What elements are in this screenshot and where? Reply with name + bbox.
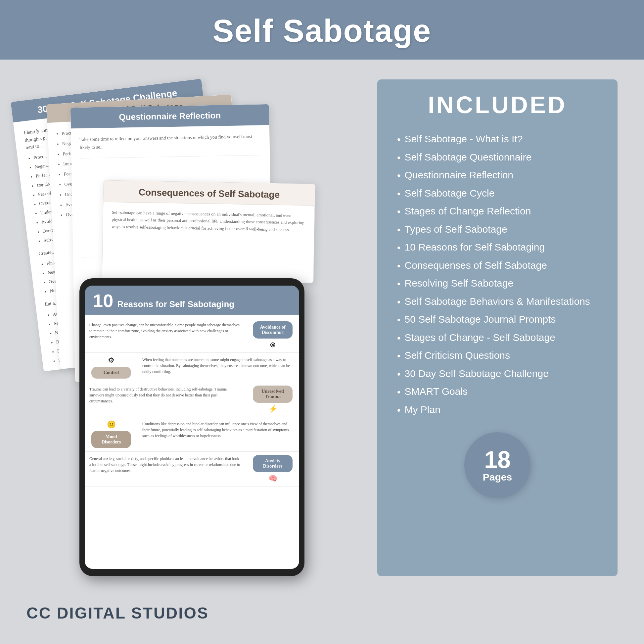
badge-mood: MoodDisorders xyxy=(91,431,131,448)
row-text-4: Conditions like depression and bipolar d… xyxy=(138,417,299,451)
trauma-icon: ⚡ xyxy=(268,405,277,413)
tablet-num: 10 xyxy=(93,290,113,311)
included-box: INCLUDED Self Sabotage - What is It? Sel… xyxy=(377,79,618,576)
cons-body: Self-sabotage can have a range of negati… xyxy=(103,202,315,240)
main-content: 30 Day Self Sabotage Challenge Identify … xyxy=(0,60,644,596)
tablet: 10 Reasons for Self Sabotaging Change, e… xyxy=(79,278,304,576)
row-badge-3: UnresolvedTrauma ⚡ xyxy=(246,382,299,417)
row-badge-2: ⚙ Control xyxy=(85,353,138,382)
row-text-2: When feeling that outcomes are uncertain… xyxy=(138,353,299,382)
list-item: Self Criticism Questions xyxy=(397,347,598,365)
page-stack: 30 Day Self Sabotage Challenge Identify … xyxy=(26,79,357,576)
header: Self Sabotage xyxy=(0,0,644,60)
control-icon: ⚙ xyxy=(108,356,115,365)
list-item: Stages of Change - Self Sabotage xyxy=(397,329,598,347)
pages-badge: 18 Pages xyxy=(464,432,530,498)
tablet-inner: 10 Reasons for Self Sabotaging Change, e… xyxy=(85,286,299,569)
tablet-title-bar: 10 Reasons for Self Sabotaging xyxy=(85,286,299,315)
row-badge-4: 😐 MoodDisorders xyxy=(85,417,138,451)
cons-title: Consequences of Self Sabotage xyxy=(104,180,315,206)
row-badge-1: Avoidance ofDiscomfort ⊗ xyxy=(246,318,299,352)
list-item: Self Sabotage Questionnaire xyxy=(397,149,598,167)
footer: CC DIGITAL STUDIOS xyxy=(0,596,644,622)
row-text-3: Trauma can lead to a variety of destruct… xyxy=(85,382,246,417)
list-item: Types of Self Sabotage xyxy=(397,221,598,239)
mid-title: Questionnaire Reflection xyxy=(70,104,269,128)
table-row: 😐 MoodDisorders Conditions like depressi… xyxy=(85,417,299,452)
tablet-outer: 10 Reasons for Self Sabotaging Change, e… xyxy=(79,278,304,576)
list-item: Self Sabotage Cycle xyxy=(397,185,598,203)
pages-label: Pages xyxy=(483,472,512,483)
badge-anxiety: AnxietyDisorders xyxy=(253,455,293,472)
table-row: Change, even positive change, can be unc… xyxy=(85,318,299,353)
table-row: General anxiety, social anxiety, and spe… xyxy=(85,452,299,486)
pages-num: 18 xyxy=(484,448,511,472)
page-title: Self Sabotage xyxy=(0,13,644,49)
row-badge-5: AnxietyDisorders 🧠 xyxy=(246,452,299,486)
tablet-title: Reasons for Self Sabotaging xyxy=(117,299,234,309)
left-panel: 30 Day Self Sabotage Challenge Identify … xyxy=(26,79,357,576)
table-row: ⚙ Control When feeling that outcomes are… xyxy=(85,353,299,382)
list-item: My Plan xyxy=(397,401,598,419)
anxiety-icon: 🧠 xyxy=(268,474,277,483)
list-item: 10 Reasons for Self Sabotaging xyxy=(397,239,598,257)
list-item: Resolving Self Sabotage xyxy=(397,275,598,293)
page-cons: Consequences of Self Sabotage Self-sabot… xyxy=(102,180,315,283)
brand-name: CC DIGITAL STUDIOS xyxy=(26,604,618,622)
right-panel: INCLUDED Self Sabotage - What is It? Sel… xyxy=(377,79,618,576)
badge-control: Control xyxy=(91,367,131,379)
cons-body-text: Self-sabotage can have a range of negati… xyxy=(112,209,306,234)
included-list: Self Sabotage - What is It? Self Sabotag… xyxy=(397,130,598,419)
list-item: Self Sabotage Behaviors & Manifestations xyxy=(397,293,598,311)
list-item: Questionnaire Reflection xyxy=(397,166,598,185)
list-item: 50 Self Sabotage Journal Prompts xyxy=(397,311,598,329)
tablet-rows: Change, even positive change, can be unc… xyxy=(85,315,299,490)
mood-icon: 😐 xyxy=(107,420,116,429)
badge-avoidance: Avoidance ofDiscomfort xyxy=(253,321,293,339)
included-title: INCLUDED xyxy=(397,91,598,118)
table-row: Trauma can lead to a variety of destruct… xyxy=(85,382,299,417)
badge-trauma: UnresolvedTrauma xyxy=(253,386,293,403)
list-item: SMART Goals xyxy=(397,383,598,401)
row-text-1: Change, even positive change, can be unc… xyxy=(85,318,246,352)
row-text-5: General anxiety, social anxiety, and spe… xyxy=(85,452,246,486)
list-item: Stages of Change Reflection xyxy=(397,203,598,221)
list-item: Self Sabotage - What is It? xyxy=(397,130,598,149)
avoidance-icon: ⊗ xyxy=(270,341,276,349)
list-item: 30 Day Self Sabotage Challenge xyxy=(397,365,598,383)
list-item: Consequenses of Self Sabotage xyxy=(397,257,598,275)
